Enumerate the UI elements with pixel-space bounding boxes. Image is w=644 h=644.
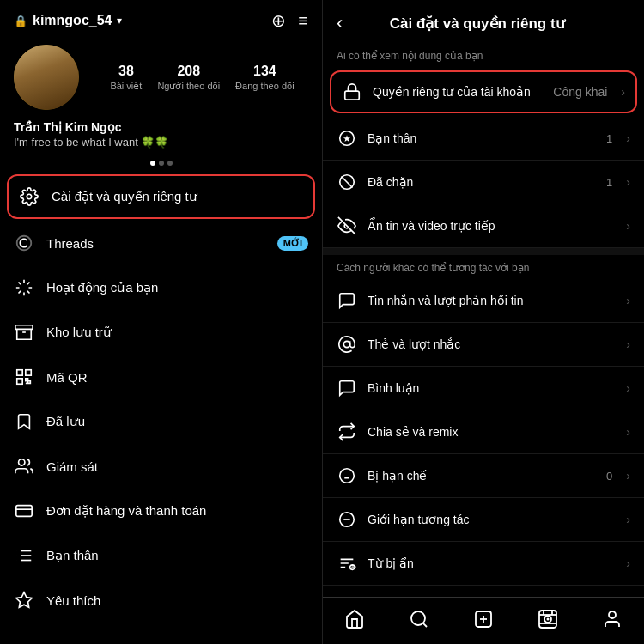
svg-rect-2 [26,370,31,375]
dot-2 [159,161,164,166]
chevron-right-icon: › [626,337,630,351]
nav-add-button[interactable] [465,606,502,632]
privacy-label: Quyền riêng tư của tài khoản [373,85,543,99]
highlight-row [0,161,322,173]
chevron-right-icon: › [626,219,630,233]
right-item-comments[interactable]: Bình luận › [323,367,644,410]
menu-item-archive[interactable]: Kho lưu trữ [0,310,322,355]
svg-point-4 [19,459,25,465]
followers-label: Người theo dõi [157,81,220,92]
profile-header: 🔒 kimngoc_54 ▾ ⊕ ≡ [0,0,322,38]
left-panel: 🔒 kimngoc_54 ▾ ⊕ ≡ 38 Bài viết 208 Người… [0,0,322,644]
right-item-hide[interactable]: Ẩn tin và video trực tiếp › [323,204,644,248]
right-panel: ‹ Cài đặt và quyền riêng tư Ai có thể xe… [322,0,644,644]
chevron-right-icon: › [626,381,630,395]
svg-rect-13 [345,91,360,100]
chevron-down-icon: ▾ [117,15,122,27]
threads-icon [14,233,34,253]
nav-home-button[interactable] [336,606,374,632]
profile-info: 38 Bài viết 208 Người theo dõi 134 Đang … [0,38,322,120]
settings-icon [19,186,39,207]
menu-item-threads[interactable]: Threads MỚI [0,221,322,265]
right-item-follow[interactable]: Theo dõi và mời bạn bè › [323,586,644,597]
blocked-label: Đã chặn [368,175,596,189]
tags-label: Thẻ và lượt nhắc [368,337,616,351]
right-item-share[interactable]: Chia sẻ và remix › [323,410,644,454]
right-title: Cài đặt và quyền riêng tư [351,15,603,33]
right-item-privacy[interactable]: Quyền riêng tư của tài khoản Công khai › [330,70,637,113]
saved-icon [14,411,34,432]
menu-item-settings[interactable]: Cài đặt và quyền riêng tư [7,174,315,219]
lock-account-icon [342,82,362,102]
threads-label: Threads [46,236,265,251]
right-header: ‹ Cài đặt và quyền riêng tư [323,0,644,43]
right-item-restricted[interactable]: Bị hạn chế 0 › [323,454,644,498]
bestfriend-icon [14,545,34,566]
nav-profile-button[interactable] [593,606,631,632]
threads-badge: MỚI [277,236,308,251]
menu-item-qr[interactable]: Mã QR [0,355,322,399]
blocked-count: 1 [606,176,612,189]
section2-label: Cách người khác có thể tương tác với bạn [323,255,644,279]
menu-item-bestfriend[interactable]: Bạn thân [0,533,322,578]
right-item-hidden-words[interactable]: Aa Từ bị ẩn › [323,542,644,586]
nav-search-button[interactable] [400,606,438,632]
supervision-icon [14,456,34,477]
right-item-tags[interactable]: Thẻ và lượt nhắc › [323,323,644,367]
dot-3 [167,161,173,166]
svg-marker-15 [343,135,350,142]
favorites-icon [14,590,34,611]
right-item-blocked[interactable]: Đã chặn 1 › [323,161,644,204]
supervision-label: Giám sát [46,459,308,474]
saved-label: Đã lưu [46,414,308,429]
menu-list: Cài đặt và quyền riêng tư Threads MỚI Ho… [0,173,322,644]
comment-icon [337,378,357,398]
stat-followers: 208 Người theo dõi [157,64,220,92]
svg-point-20 [340,469,355,483]
chevron-right-icon: › [621,85,625,99]
menu-item-supervision[interactable]: Giám sát [0,444,322,489]
right-item-messages[interactable]: Tin nhắn và lượt phản hồi tin › [323,279,644,323]
hide-icon [337,216,357,236]
settings-label: Cài đặt và quyền riêng tư [52,189,303,204]
hide-label: Ẩn tin và video trực tiếp [368,219,616,233]
activity-icon [14,277,34,298]
hidden-words-label: Từ bị ẩn [368,556,616,570]
chevron-right-icon: › [626,513,630,526]
mention-icon [337,334,357,355]
messages-label: Tin nhắn và lượt phản hồi tin [368,294,616,307]
hamburger-icon[interactable]: ≡ [298,11,308,31]
privacy-value: Công khai [553,85,607,99]
share-icon [337,422,357,442]
chevron-right-icon: › [626,294,630,307]
svg-rect-3 [17,379,22,384]
bestfriend-right-label: Bạn thân [368,131,596,145]
section-divider [323,248,644,255]
menu-item-saved[interactable]: Đã lưu [0,399,322,444]
restricted-label: Bị hạn chế [368,469,596,483]
nav-reels-button[interactable] [529,606,567,632]
chevron-right-icon: › [626,469,630,483]
menu-item-activity[interactable]: Hoạt động của bạn [0,265,322,310]
following-count: 134 [253,64,276,79]
back-button[interactable]: ‹ [337,12,343,34]
limit-label: Giới hạn tương tác [368,513,616,526]
chevron-right-icon: › [626,175,630,189]
add-content-icon[interactable]: ⊕ [271,10,286,31]
svg-rect-1 [17,370,22,375]
svg-marker-12 [16,592,32,607]
menu-item-favorites[interactable]: Yêu thích [0,578,322,623]
activity-label: Hoạt động của bạn [46,280,308,295]
svg-line-17 [342,177,353,188]
chevron-right-icon: › [626,131,630,145]
bestfriend-count: 1 [606,132,612,145]
limit-icon [337,509,357,530]
bestfriend-label: Bạn thân [46,548,308,563]
username: kimngoc_54 [33,13,112,28]
menu-item-orders[interactable]: Đơn đặt hàng và thanh toán [0,489,322,533]
hidden-words-icon: Aa [337,553,357,574]
right-item-limit[interactable]: Giới hạn tương tác › [323,498,644,542]
right-item-bestfriend[interactable]: Bạn thân 1 › [323,117,644,161]
svg-point-0 [27,194,32,199]
dot-1 [150,161,155,166]
